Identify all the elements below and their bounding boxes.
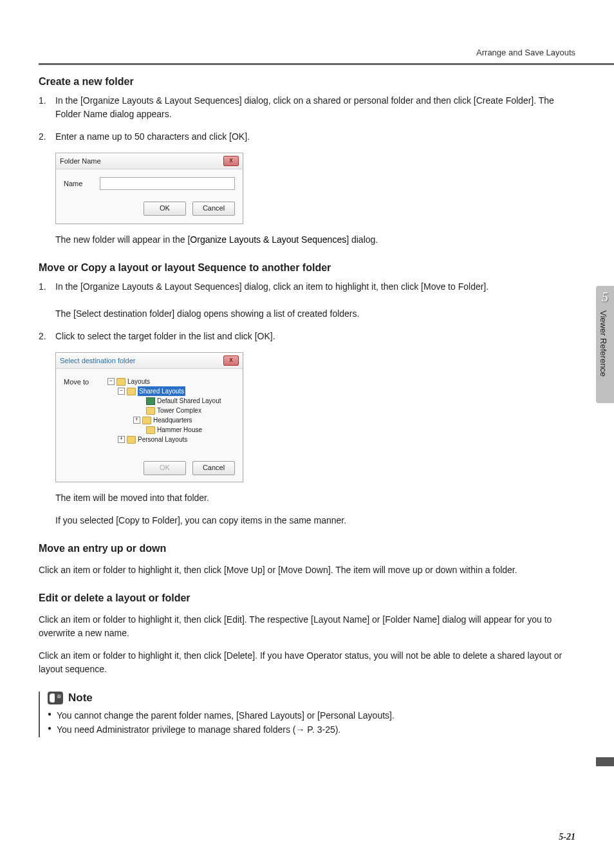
folder-icon [127, 436, 136, 444]
tree-node[interactable]: Hammer House [157, 425, 202, 435]
header-rule [39, 63, 614, 65]
step-number: 2. [39, 330, 55, 343]
text-bold: Organize Layouts & Layout Sequences [190, 234, 346, 245]
note-box: Note You cannot change the parent folder… [39, 692, 575, 737]
section-move-copy-title: Move or Copy a layout or layout Sequence… [39, 262, 575, 274]
text-bold: Move Up [227, 565, 263, 575]
move-to-label: Move to [64, 377, 98, 444]
text-bold: Delete [227, 650, 252, 661]
paragraph: Click an item or folder to highlight it,… [39, 649, 575, 676]
step-number: 2. [39, 130, 55, 144]
text: ] dialog opens showing a list of created… [172, 308, 359, 319]
section-edit-delete-title: Edit or delete a layout or folder [39, 592, 575, 604]
dialog-title: Folder Name [60, 157, 101, 165]
tree-node[interactable]: Layouts [127, 377, 150, 386]
text-bold: Folder Name [385, 614, 437, 625]
step-text: Enter a name up to 50 characters and cli… [55, 130, 575, 144]
cancel-button[interactable]: Cancel [192, 461, 235, 475]
tree-node[interactable]: Default Shared Layout [157, 396, 221, 406]
step-text: In the [Organize Layouts & Layout Sequen… [55, 94, 575, 121]
chapter-tab: 5 Viewer Reference [596, 286, 614, 403]
tree-node[interactable]: Personal Layouts [138, 435, 187, 444]
tree-node[interactable]: Tower Complex [157, 406, 201, 415]
note-item: You need Administrator privilege to mana… [48, 722, 575, 737]
create-folder-steps: 1. In the [Organize Layouts & Layout Seq… [39, 94, 575, 144]
text: Click an item or folder to highlight it,… [39, 614, 227, 625]
text: ] or [ [367, 614, 385, 625]
text: Click an item or folder to highlight it,… [39, 650, 227, 661]
text-bold: Personal Layouts [320, 710, 389, 721]
tree-toggle[interactable]: − [107, 378, 115, 385]
section-create-folder-title: Create a new folder [39, 76, 575, 88]
note-icon [48, 692, 63, 704]
text: ]. The respective [ [242, 614, 313, 625]
layout-icon [146, 397, 155, 405]
paragraph: Click an item or folder to highlight it,… [39, 563, 575, 577]
text: The new folder will appear in the [ [55, 234, 190, 245]
chapter-number: 5 [596, 290, 614, 305]
section-move-entry-title: Move an entry up or down [39, 543, 575, 554]
text: ] dialog. [346, 234, 378, 245]
text: ]. The item will move up or down within … [328, 565, 517, 575]
step-text: Click to select the target folder in the… [55, 330, 575, 343]
folder-icon [127, 388, 136, 395]
select-destination-dialog: Select destination folder x Move to −Lay… [55, 352, 243, 482]
text-bold: Select destination folder [76, 308, 172, 319]
ok-button[interactable]: OK [144, 202, 186, 216]
folder-icon [142, 417, 151, 424]
cancel-button[interactable]: Cancel [192, 202, 235, 216]
step-number: 1. [39, 94, 55, 121]
ok-button[interactable]: OK [144, 461, 186, 475]
close-icon[interactable]: x [223, 156, 239, 166]
text: You cannot change the parent folder name… [57, 710, 239, 721]
step-number: 1. [39, 280, 55, 321]
after-text: The item will be moved into that folder. [55, 491, 575, 505]
after-text: The new folder will appear in the [Organ… [55, 233, 575, 247]
text: The [ [55, 308, 76, 319]
close-icon[interactable]: x [223, 355, 239, 366]
header-breadcrumb: Arrange and Save Layouts [476, 48, 575, 57]
tree-toggle[interactable]: + [118, 436, 125, 443]
text-bold: Edit [227, 614, 242, 625]
text: ], you can copy items in the same manner… [178, 515, 346, 525]
text-bold: Move Down [281, 565, 328, 575]
tree-toggle[interactable]: + [133, 417, 140, 424]
note-title: Note [68, 692, 93, 704]
folder-icon [116, 378, 126, 386]
name-input[interactable] [100, 177, 235, 190]
page-number: 5-21 [559, 832, 575, 842]
text: ] or [ [263, 565, 281, 575]
text: In the [Organize Layouts & Layout Sequen… [55, 281, 488, 292]
tree-node[interactable]: Headquarters [153, 415, 192, 425]
text: ]. [389, 710, 395, 721]
tree-node-selected[interactable]: Shared Layouts [138, 386, 185, 396]
name-label: Name [64, 180, 91, 187]
text-bold: Copy to Folder [118, 515, 178, 525]
paragraph: Click an item or folder to highlight it,… [39, 613, 575, 640]
folder-tree[interactable]: −Layouts −Shared Layouts Default Shared … [107, 377, 221, 444]
folder-name-dialog: Folder Name x Name OK Cancel [55, 153, 243, 224]
text: Click an item or folder to highlight it,… [39, 565, 227, 575]
move-copy-steps: 1. In the [Organize Layouts & Layout Seq… [39, 280, 575, 343]
folder-icon [146, 407, 155, 415]
folder-icon [146, 426, 155, 434]
tree-toggle[interactable]: − [118, 388, 125, 395]
step-text: In the [Organize Layouts & Layout Sequen… [55, 280, 575, 321]
text: ] or [ [302, 710, 320, 721]
text: If you selected [ [55, 515, 118, 525]
dialog-title: Select destination folder [60, 357, 135, 364]
main-content: Create a new folder 1. In the [Organize … [39, 76, 575, 737]
text-bold: Layout Name [313, 614, 367, 625]
after-text: If you selected [Copy to Folder], you ca… [55, 514, 575, 527]
note-item: You cannot change the parent folder name… [48, 708, 575, 722]
text-bold: Shared Layouts [239, 710, 302, 721]
side-marker [596, 757, 614, 766]
chapter-label: Viewer Reference [599, 310, 608, 377]
